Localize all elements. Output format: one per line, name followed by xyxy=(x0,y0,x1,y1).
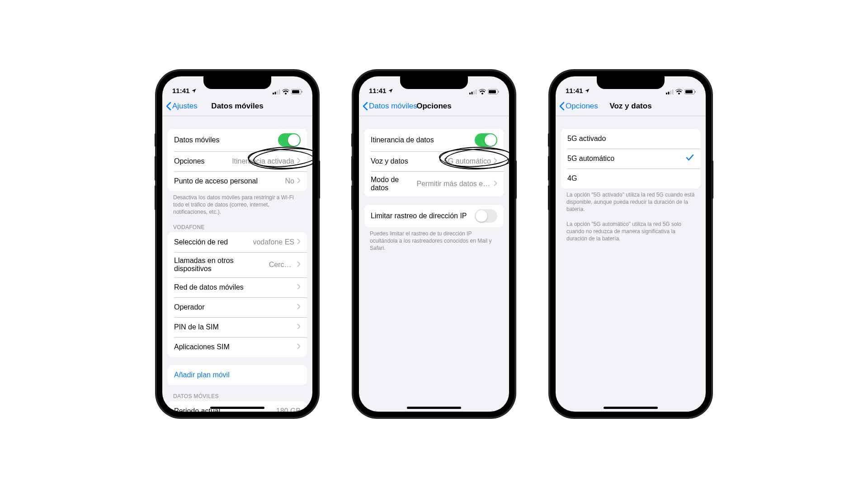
back-button[interactable]: Opciones xyxy=(556,102,598,111)
battery-icon xyxy=(291,89,302,94)
chevron-right-icon xyxy=(297,303,301,311)
chevron-right-icon xyxy=(297,177,301,185)
home-indicator xyxy=(407,407,461,409)
chevron-right-icon xyxy=(297,157,301,165)
cellular-signal-icon xyxy=(666,89,674,94)
device-notch xyxy=(597,76,665,89)
back-button[interactable]: Ajustes xyxy=(162,102,198,111)
ip-tracking-group: Limitar rastreo de dirección IP xyxy=(364,205,504,227)
location-icon xyxy=(191,88,197,94)
checkmark-icon xyxy=(686,154,694,163)
phone-mockup-2: 11:41 Datos móviles Opciones Itinerancia… xyxy=(353,70,515,418)
network-selection-row[interactable]: Selección de red vodafone ES xyxy=(168,232,307,252)
add-plan-label: Añadir plan móvil xyxy=(174,371,230,379)
voice-data-footer-1: La opción "5G activado" utiliza la red 5… xyxy=(556,188,706,213)
cellular-signal-icon xyxy=(469,89,477,94)
settings-content: Itinerancia de datos Voz y datos 5G auto… xyxy=(359,116,509,412)
svg-rect-13 xyxy=(498,91,499,93)
svg-rect-20 xyxy=(695,91,696,93)
battery-icon xyxy=(684,89,696,94)
settings-content: Datos móviles Opciones Itinerancia activ… xyxy=(162,116,312,412)
cellular-data-toggle[interactable] xyxy=(278,133,301,147)
data-usage-header: DATOS MÓVILES xyxy=(162,385,312,401)
voice-data-row[interactable]: Voz y datos 5G automático xyxy=(364,151,504,171)
svg-rect-12 xyxy=(489,90,496,94)
back-label: Opciones xyxy=(566,102,598,111)
chevron-left-icon xyxy=(559,102,565,111)
home-indicator xyxy=(210,407,264,409)
cellular-main-group: Datos móviles Opciones Itinerancia activ… xyxy=(168,129,307,191)
svg-rect-3 xyxy=(279,89,280,94)
chevron-right-icon xyxy=(297,238,301,246)
svg-rect-14 xyxy=(666,93,667,94)
back-button[interactable]: Datos móviles xyxy=(359,102,417,111)
calls-on-devices-row[interactable]: Llamadas en otros dispositivos Cerca… xyxy=(168,252,307,277)
svg-rect-0 xyxy=(273,93,274,94)
device-notch xyxy=(203,76,271,89)
device-notch xyxy=(400,76,468,89)
options-value: Itinerancia activada xyxy=(232,157,294,165)
limit-ip-tracking-toggle[interactable] xyxy=(475,209,497,223)
chevron-right-icon xyxy=(297,343,301,351)
svg-rect-17 xyxy=(672,89,674,94)
svg-rect-19 xyxy=(685,90,693,94)
option-5g-auto-row[interactable]: 5G automático xyxy=(561,149,700,169)
home-indicator xyxy=(604,407,658,409)
back-label: Ajustes xyxy=(172,102,198,111)
phone-mockup-1: 11:41 Ajustes Datos móviles Datos móvile… xyxy=(156,70,319,418)
status-time: 11:41 xyxy=(369,87,386,94)
vodafone-header: VODAFONE xyxy=(162,216,312,232)
option-4g-row[interactable]: 4G xyxy=(561,169,700,188)
hotspot-row[interactable]: Punto de acceso personal No xyxy=(168,171,307,191)
cellular-data-toggle-row[interactable]: Datos móviles xyxy=(168,129,307,151)
cellular-network-row[interactable]: Red de datos móviles xyxy=(168,277,307,297)
navigation-bar: Opciones Voz y datos xyxy=(556,96,706,116)
hotspot-label: Punto de acceso personal xyxy=(174,177,258,185)
back-label: Datos móviles xyxy=(369,102,417,111)
phone-mockup-3: 11:41 Opciones Voz y datos 5G activado xyxy=(549,70,712,418)
voice-data-footer-2: La opción "5G automático" utiliza la red… xyxy=(556,218,706,243)
svg-rect-10 xyxy=(476,89,477,94)
wifi-icon xyxy=(479,89,486,94)
sim-apps-row[interactable]: Aplicaciones SIM xyxy=(168,337,307,357)
chevron-right-icon xyxy=(494,180,497,188)
ip-tracking-footer: Puedes limitar el rastreo de tu direcció… xyxy=(359,227,509,252)
location-icon xyxy=(388,88,393,94)
cellular-signal-icon xyxy=(273,89,280,94)
status-time: 11:41 xyxy=(566,87,583,94)
voice-data-options-group: 5G activado 5G automático 4G xyxy=(561,129,700,188)
add-plan-group: Añadir plan móvil xyxy=(168,365,307,385)
limit-ip-tracking-row[interactable]: Limitar rastreo de dirección IP xyxy=(364,205,504,227)
location-icon xyxy=(585,88,590,94)
data-mode-row[interactable]: Modo de datos Permitir más datos en… xyxy=(364,171,504,197)
wifi-icon xyxy=(282,89,289,94)
chevron-right-icon xyxy=(494,157,497,165)
chevron-right-icon xyxy=(297,283,301,291)
data-roaming-toggle[interactable] xyxy=(475,133,497,147)
cellular-footer: Desactiva los datos móviles para restrin… xyxy=(162,191,312,216)
svg-rect-1 xyxy=(275,92,276,94)
status-time: 11:41 xyxy=(172,87,189,94)
battery-icon xyxy=(488,89,499,94)
svg-rect-7 xyxy=(469,93,471,94)
svg-rect-8 xyxy=(472,92,473,94)
settings-content: 5G activado 5G automático 4G La opción "… xyxy=(556,116,706,412)
data-roaming-row[interactable]: Itinerancia de datos xyxy=(364,129,504,151)
options-row[interactable]: Opciones Itinerancia activada xyxy=(168,151,307,171)
cellular-data-label: Datos móviles xyxy=(174,136,219,144)
chevron-right-icon xyxy=(297,261,301,269)
chevron-right-icon xyxy=(297,323,301,331)
wifi-icon xyxy=(675,89,683,94)
svg-rect-15 xyxy=(668,92,670,94)
sim-pin-row[interactable]: PIN de la SIM xyxy=(168,317,307,337)
add-plan-row[interactable]: Añadir plan móvil xyxy=(168,365,307,385)
svg-rect-16 xyxy=(670,90,671,94)
option-5g-on-row[interactable]: 5G activado xyxy=(561,129,700,149)
options-group: Itinerancia de datos Voz y datos 5G auto… xyxy=(364,129,504,197)
svg-rect-6 xyxy=(302,91,302,93)
svg-rect-9 xyxy=(473,90,475,94)
chevron-left-icon xyxy=(166,102,171,111)
carrier-row[interactable]: Operador xyxy=(168,297,307,317)
chevron-left-icon xyxy=(363,102,368,111)
hotspot-value: No xyxy=(285,177,294,185)
